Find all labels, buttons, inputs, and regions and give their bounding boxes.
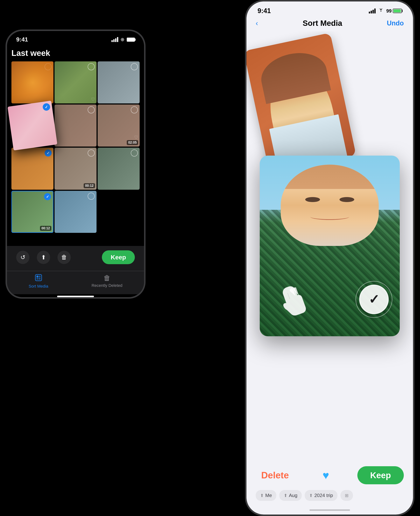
status-bar-left: 9:41 ⊕ [7, 31, 144, 45]
svg-rect-3 [37, 278, 38, 280]
photo-cell-dog[interactable] [11, 148, 53, 190]
battery-container-right: 99 [386, 8, 402, 14]
wifi-icon-left: ⊕ [120, 37, 125, 42]
album-tags: ⬆ Me ⬆ Aug ⬆ 2024 trip ⊞ [256, 490, 404, 503]
back-button[interactable]: ‹ [256, 19, 258, 27]
signal-icon-left [112, 37, 118, 42]
tab-sort-media[interactable]: Sort Media [29, 274, 48, 289]
delete-toolbar-button[interactable]: 🗑 [58, 251, 71, 264]
select-circle-5[interactable] [88, 106, 95, 113]
select-circle-3[interactable] [131, 63, 138, 70]
album-tag-more[interactable]: ⊞ [340, 490, 353, 501]
photo-grid: ♡ 02:05 ♡ [11, 62, 140, 233]
share-icon: ⬆ [41, 254, 46, 261]
share-button[interactable]: ⬆ [37, 251, 50, 264]
signal-icon-right [369, 8, 376, 14]
status-bar-right: 9:41 99 [247, 1, 413, 17]
wifi-icon-right [378, 8, 384, 14]
select-circle-7[interactable] [45, 149, 52, 156]
album-tag-aug-icon: ⬆ [284, 493, 287, 498]
card-main[interactable] [260, 156, 400, 336]
battery-icon-right [393, 9, 402, 13]
toolbar-left: ↺ ⬆ 🗑 Keep [7, 246, 144, 271]
svg-rect-0 [35, 275, 42, 281]
keep-button-right[interactable]: Keep [357, 466, 404, 484]
card-behind [247, 33, 356, 174]
select-circle-2[interactable] [88, 63, 95, 70]
photo-area: Last week ♡ [7, 45, 144, 246]
photo-cell-girl-dog[interactable]: 00:12 [54, 148, 97, 190]
card-behind-photo [247, 33, 356, 174]
home-indicator-left [57, 296, 94, 297]
recently-deleted-tab-label: Recently Deleted [91, 283, 122, 288]
album-tag-trip-label: 2024 trip [314, 493, 333, 498]
album-tag-trip-icon: ⬆ [309, 493, 313, 498]
heart-icon: ♥ [322, 469, 329, 482]
undo-button[interactable]: ↺ [16, 251, 30, 264]
svg-rect-2 [39, 276, 41, 277]
card-face [281, 165, 379, 246]
nav-header: ‹ Sort Media Undo [247, 17, 413, 31]
keep-button-left[interactable]: Keep [102, 250, 135, 264]
card-area [247, 31, 413, 461]
undo-button-right[interactable]: Undo [387, 19, 404, 27]
album-tag-aug[interactable]: ⬆ Aug [279, 490, 302, 501]
right-phone: 9:41 99 [245, 0, 414, 516]
svg-rect-1 [37, 276, 38, 277]
battery-icon-left [127, 38, 135, 42]
photo-cell-pizza[interactable] [11, 62, 53, 103]
select-circle-9[interactable] [131, 149, 138, 156]
album-tag-more-icon: ⊞ [345, 493, 349, 498]
photo-cell-trees2[interactable] [98, 148, 140, 190]
time-right: 9:41 [257, 7, 271, 15]
status-icons-left: ⊕ [112, 37, 135, 42]
select-circle-10[interactable] [44, 193, 51, 200]
photo-cell-selfie[interactable] [8, 101, 57, 150]
heart-icon-2: ♡ [91, 97, 95, 102]
trash-icon: 🗑 [61, 254, 67, 261]
select-circle-1[interactable] [45, 63, 52, 70]
select-circle-8[interactable] [88, 149, 95, 156]
album-tag-2024trip[interactable]: ⬆ 2024 trip [305, 490, 337, 501]
check-button[interactable] [359, 285, 389, 314]
sort-media-tab-label: Sort Media [29, 284, 48, 289]
photo-cell-girl-trees[interactable]: ♡ [54, 62, 97, 103]
time-left: 9:41 [16, 36, 28, 43]
album-tag-me-icon: ⬆ [260, 493, 264, 498]
photo-cell-jacket2[interactable]: 02:05 ♡ [98, 105, 140, 146]
album-tag-me-label: Me [265, 493, 272, 498]
favorite-button[interactable]: ♥ [317, 466, 335, 485]
select-circle-11[interactable] [88, 193, 95, 200]
section-title: Last week [11, 48, 140, 58]
photo-cell-green-girl[interactable]: 00:12 [11, 191, 53, 233]
page-title: Sort Media [303, 19, 342, 28]
duration-8: 00:12 [84, 183, 95, 188]
photo-cell-outside[interactable] [54, 191, 97, 233]
left-phone: 9:41 ⊕ Last week [6, 30, 146, 299]
tab-recently-deleted[interactable]: 🗑 Recently Deleted [91, 274, 122, 288]
duration-6: 02:05 [127, 140, 138, 145]
duration-10: 00:12 [40, 226, 51, 231]
toolbar-actions: ↺ ⬆ 🗑 Keep [16, 250, 135, 264]
home-indicator-right [309, 509, 350, 511]
status-icons-right: 99 [369, 8, 402, 14]
select-circle-4[interactable] [42, 103, 51, 111]
album-tag-me[interactable]: ⬆ Me [256, 490, 276, 501]
sort-media-tab-icon [35, 274, 42, 283]
delete-button[interactable]: Delete [256, 467, 294, 484]
album-tag-aug-label: Aug [289, 493, 297, 498]
recently-deleted-tab-icon: 🗑 [104, 274, 111, 282]
select-circle-6[interactable] [131, 106, 138, 113]
tab-bar: Sort Media 🗑 Recently Deleted [7, 271, 144, 294]
photo-cell-sky[interactable] [98, 62, 140, 103]
heart-icon-6: ♡ [134, 135, 138, 140]
svg-rect-4 [39, 278, 41, 280]
photo-cell-jacket1[interactable] [54, 105, 97, 146]
action-area: Delete ♥ Keep ⬆ Me ⬆ Aug ⬆ 2024 trip [247, 461, 413, 506]
battery-percent-right: 99 [386, 8, 392, 14]
action-buttons: Delete ♥ Keep [256, 466, 404, 485]
undo-icon: ↺ [21, 254, 25, 261]
